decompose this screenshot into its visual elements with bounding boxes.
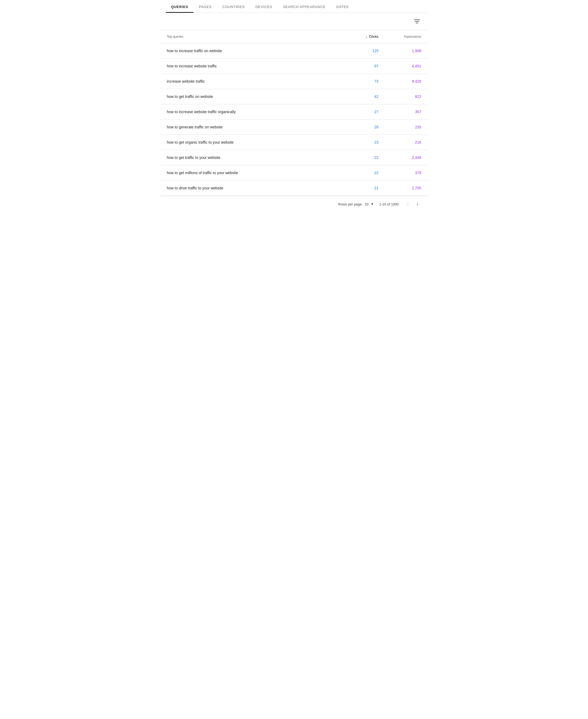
page-info: 1-10 of 1000 [379, 202, 399, 206]
filter-icon-line3 [416, 23, 418, 23]
rows-dropdown-arrow-icon[interactable]: ▼ [371, 202, 374, 206]
row-impressions-value: 822 [378, 95, 421, 99]
row-impressions-value: 357 [378, 110, 421, 114]
pagination-nav: ‹ › [404, 200, 421, 208]
table-row: how to increase website traffic974,451 [160, 59, 428, 74]
row-query-text: how to increase website traffic organica… [167, 110, 336, 114]
column-header-query: Top queries [167, 35, 336, 39]
row-clicks-value: 42 [336, 95, 378, 99]
row-query-text: how to increase website traffic [167, 64, 336, 68]
row-query-text: how to get traffic to your website [167, 155, 336, 160]
rows-per-page-control: Rows per page: 10 ▼ [338, 202, 374, 206]
table-row: how to generate traffic on website26235 [160, 120, 428, 135]
table-row: how to get traffic on website42822 [160, 89, 428, 104]
table-row: how to get traffic to your website222,44… [160, 150, 428, 165]
table-row: how to get organic traffic to your websi… [160, 135, 428, 150]
row-clicks-value: 26 [336, 125, 378, 129]
filter-icon-line1 [414, 20, 420, 20]
row-query-text: how to increase traffic on website [167, 49, 336, 53]
row-impressions-value: 2,705 [378, 186, 421, 190]
table-row: how to get millions of traffic to your w… [160, 165, 428, 181]
row-clicks-value: 125 [336, 49, 378, 53]
table-row: increase website traffic738,426 [160, 74, 428, 89]
row-query-text: increase website traffic [167, 79, 336, 83]
column-header-clicks[interactable]: ↓ Clicks [336, 35, 378, 39]
table-row: how to drive traffic to your website212,… [160, 181, 428, 196]
row-clicks-value: 73 [336, 79, 378, 83]
filter-button[interactable] [413, 17, 421, 26]
row-query-text: how to generate traffic on website [167, 125, 336, 129]
row-impressions-value: 4,451 [378, 64, 421, 68]
row-query-text: how to drive traffic to your website [167, 186, 336, 190]
clicks-column-label: Clicks [369, 35, 378, 39]
row-impressions-value: 216 [378, 140, 421, 144]
row-clicks-value: 23 [336, 140, 378, 144]
row-query-text: how to get millions of traffic to your w… [167, 171, 336, 175]
filter-bar [160, 13, 428, 30]
tab-queries[interactable]: QUERIES [166, 0, 193, 13]
tabs-nav: QUERIESPAGESCOUNTRIESDEVICESSEARCH APPEA… [160, 0, 428, 13]
table-row: how to increase traffic on website1251,9… [160, 43, 428, 59]
table-header: Top queries ↓ Clicks Impressions [160, 30, 428, 43]
table-body: how to increase traffic on website1251,9… [160, 43, 428, 196]
next-page-button[interactable]: › [414, 200, 421, 208]
rows-per-page-label: Rows per page: [338, 202, 363, 206]
queries-table: Top queries ↓ Clicks Impressions how to … [160, 30, 428, 196]
rows-per-page-value: 10 [365, 202, 369, 206]
row-impressions-value: 235 [378, 125, 421, 129]
row-clicks-value: 97 [336, 64, 378, 68]
row-clicks-value: 21 [336, 186, 378, 190]
row-impressions-value: 2,448 [378, 155, 421, 160]
tab-dates[interactable]: DATES [331, 0, 354, 13]
pagination: Rows per page: 10 ▼ 1-10 of 1000 ‹ › [160, 196, 428, 212]
filter-icon-line2 [415, 21, 419, 22]
prev-page-button[interactable]: ‹ [404, 200, 412, 208]
table-row: how to increase website traffic organica… [160, 104, 428, 120]
row-impressions-value: 8,426 [378, 79, 421, 83]
row-clicks-value: 22 [336, 155, 378, 160]
tab-countries[interactable]: COUNTRIES [217, 0, 250, 13]
row-clicks-value: 22 [336, 171, 378, 175]
row-query-text: how to get traffic on website [167, 95, 336, 99]
sort-down-arrow-icon: ↓ [365, 35, 368, 39]
tab-search-appearance[interactable]: SEARCH APPEARANCE [277, 0, 331, 13]
row-query-text: how to get organic traffic to your websi… [167, 140, 336, 144]
row-impressions-value: 379 [378, 171, 421, 175]
tab-devices[interactable]: DEVICES [250, 0, 278, 13]
row-clicks-value: 27 [336, 110, 378, 114]
tab-pages[interactable]: PAGES [193, 0, 217, 13]
row-impressions-value: 1,908 [378, 49, 421, 53]
column-header-impressions: Impressions [378, 35, 421, 39]
